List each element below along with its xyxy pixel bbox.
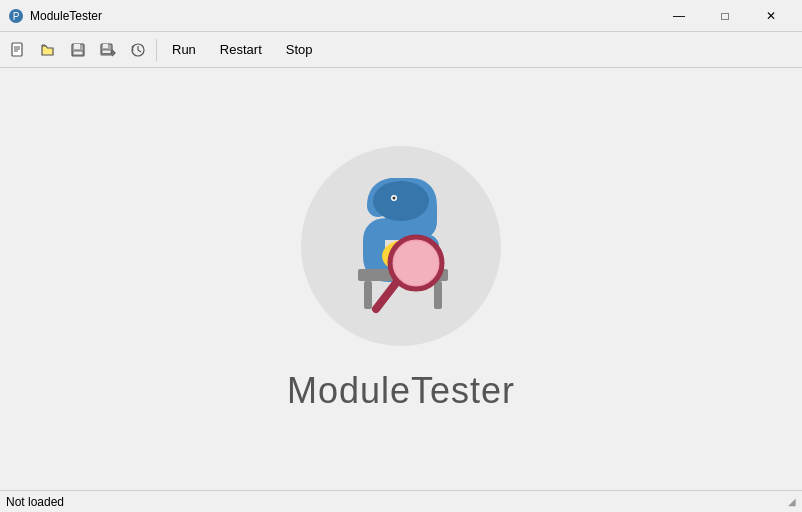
- svg-rect-21: [364, 281, 372, 309]
- title-bar: P ModuleTester — □ ✕: [0, 0, 802, 32]
- center-logo: ModuleTester: [287, 146, 515, 412]
- save-button[interactable]: [64, 36, 92, 64]
- svg-point-24: [394, 241, 438, 285]
- logo-circle: [301, 146, 501, 346]
- window-title: ModuleTester: [30, 9, 656, 23]
- svg-line-25: [376, 283, 396, 309]
- svg-rect-11: [102, 50, 111, 54]
- open-button[interactable]: [34, 36, 62, 64]
- status-text: Not loaded: [6, 495, 64, 509]
- main-content: ModuleTester: [0, 68, 802, 490]
- new-button[interactable]: [4, 36, 32, 64]
- window-controls: — □ ✕: [656, 0, 794, 32]
- toolbar: Run Restart Stop: [0, 32, 802, 68]
- app-icon: P: [8, 8, 24, 24]
- save-as-button[interactable]: [94, 36, 122, 64]
- close-button[interactable]: ✕: [748, 0, 794, 32]
- maximize-button[interactable]: □: [702, 0, 748, 32]
- svg-rect-8: [73, 51, 83, 55]
- run-history-button[interactable]: [124, 36, 152, 64]
- restart-button[interactable]: Restart: [209, 36, 273, 64]
- svg-rect-10: [103, 44, 108, 48]
- app-name-label: ModuleTester: [287, 370, 515, 412]
- toolbar-separator: [156, 39, 157, 61]
- svg-rect-22: [434, 281, 442, 309]
- stop-button[interactable]: Stop: [275, 36, 324, 64]
- minimize-button[interactable]: —: [656, 0, 702, 32]
- status-bar: Not loaded ◢: [0, 490, 802, 512]
- svg-point-17: [392, 197, 395, 200]
- logo-svg: [316, 161, 486, 331]
- resize-handle: ◢: [788, 496, 796, 507]
- svg-rect-7: [74, 44, 80, 49]
- run-button[interactable]: Run: [161, 36, 207, 64]
- svg-point-14: [373, 181, 429, 221]
- svg-text:P: P: [13, 11, 20, 22]
